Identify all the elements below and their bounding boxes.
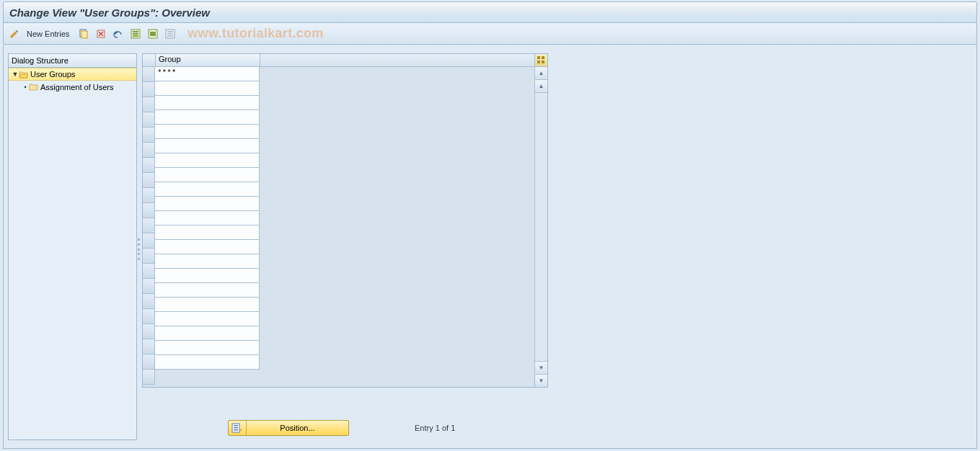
svg-rect-16 xyxy=(542,61,544,63)
svg-rect-5 xyxy=(133,33,138,35)
svg-rect-20 xyxy=(234,429,238,431)
undo-icon[interactable] xyxy=(111,27,125,40)
row-selector[interactable] xyxy=(143,97,155,112)
chevron-up-icon: ▲ xyxy=(539,83,544,89)
row-selector[interactable] xyxy=(143,279,155,294)
svg-rect-4 xyxy=(133,31,138,32)
scroll-down-button[interactable]: ▼ xyxy=(535,374,547,387)
entry-counter: Entry 1 of 1 xyxy=(415,424,455,432)
svg-rect-18 xyxy=(234,425,238,427)
table-cell[interactable] xyxy=(155,298,260,312)
row-selector[interactable] xyxy=(143,354,155,370)
row-selector[interactable] xyxy=(143,249,155,264)
svg-rect-15 xyxy=(537,61,540,63)
svg-rect-11 xyxy=(167,33,173,35)
row-selector[interactable] xyxy=(143,143,155,158)
tree-node-label: Assignment of Users xyxy=(40,83,113,91)
new-entries-button[interactable]: New Entries xyxy=(25,28,74,40)
table-cell[interactable]: **** xyxy=(155,67,260,81)
tree-node-user-groups[interactable]: ▼ User Groups xyxy=(9,68,136,81)
deselect-all-icon[interactable] xyxy=(163,27,177,40)
column-header-filler xyxy=(260,54,534,66)
copy-as-icon[interactable] xyxy=(76,27,91,40)
svg-rect-19 xyxy=(234,427,238,429)
row-selector[interactable] xyxy=(143,188,155,203)
row-selector[interactable] xyxy=(143,218,155,233)
row-selector[interactable] xyxy=(143,339,155,354)
svg-rect-13 xyxy=(537,56,540,59)
svg-rect-6 xyxy=(133,35,138,37)
vertical-scrollbar[interactable]: ▲ ▲ ▼ ▼ xyxy=(534,67,547,387)
table-settings-icon[interactable] xyxy=(534,54,547,66)
title-bar: Change View "User Groups": Overview xyxy=(3,1,977,23)
row-selector[interactable] xyxy=(143,264,155,279)
table-cell[interactable] xyxy=(155,197,260,211)
scroll-up-button-2[interactable]: ▲ xyxy=(535,80,547,93)
table-cell[interactable] xyxy=(155,240,260,254)
dialog-structure-body: ▼ User Groups • Assignment of Users xyxy=(9,68,136,439)
row-selector[interactable] xyxy=(143,112,155,128)
scroll-up-button[interactable]: ▲ xyxy=(535,67,547,80)
cells-column: **** xyxy=(155,67,260,387)
row-selector[interactable] xyxy=(143,82,155,97)
table-cell[interactable] xyxy=(155,125,260,139)
chevron-up-icon: ▲ xyxy=(539,70,544,76)
splitter-handle[interactable] xyxy=(138,238,141,260)
select-block-icon[interactable] xyxy=(146,27,160,40)
table-cell[interactable] xyxy=(155,326,260,341)
table-cell[interactable] xyxy=(155,153,260,168)
dialog-structure-panel: Dialog Structure ▼ User Groups • Assignm… xyxy=(8,53,137,440)
row-selector[interactable] xyxy=(143,128,155,143)
table-cell[interactable] xyxy=(155,283,260,298)
scroll-down-button-2[interactable]: ▼ xyxy=(535,361,547,374)
table-cell[interactable] xyxy=(155,254,260,269)
folder-open-icon xyxy=(19,71,29,79)
toolbar: New Entries www.tutorialkart.com xyxy=(3,23,977,45)
chevron-down-icon: ▼ xyxy=(539,378,544,384)
row-selector[interactable] xyxy=(143,233,155,249)
svg-rect-14 xyxy=(542,56,544,59)
column-header-group[interactable]: Group xyxy=(156,54,260,66)
delete-icon[interactable] xyxy=(94,27,108,40)
filler-column xyxy=(260,67,534,387)
table-cell[interactable] xyxy=(155,226,260,240)
table-cell[interactable] xyxy=(155,96,260,110)
table-cell[interactable] xyxy=(155,182,260,197)
scroll-track[interactable] xyxy=(535,93,547,361)
position-button[interactable]: Position... xyxy=(228,420,349,436)
svg-rect-8 xyxy=(150,32,156,36)
expander-icon[interactable]: ▼ xyxy=(12,71,19,78)
row-selector[interactable] xyxy=(143,158,155,173)
table-cell[interactable] xyxy=(155,168,260,182)
select-all-icon[interactable] xyxy=(128,27,143,40)
row-selector[interactable] xyxy=(143,294,155,309)
row-selector[interactable] xyxy=(143,309,155,324)
position-icon xyxy=(229,421,247,435)
svg-rect-12 xyxy=(167,35,173,37)
dialog-structure-header: Dialog Structure xyxy=(9,54,136,68)
row-selector[interactable] xyxy=(143,173,155,188)
row-selector[interactable] xyxy=(143,203,155,218)
table-panel: Group **** ▲ ▲ ▼ ▼ xyxy=(142,53,548,388)
tree-node-assignment-of-users[interactable]: • Assignment of Users xyxy=(9,81,136,93)
svg-rect-1 xyxy=(81,31,87,38)
table-corner[interactable] xyxy=(143,54,156,66)
row-selectors xyxy=(143,67,155,387)
table-cell[interactable] xyxy=(155,139,260,153)
table-cell[interactable] xyxy=(155,110,260,125)
table-cell[interactable] xyxy=(155,211,260,226)
table-cell[interactable] xyxy=(155,312,260,326)
table-body: **** ▲ ▲ ▼ ▼ xyxy=(143,67,547,387)
svg-rect-10 xyxy=(167,31,173,32)
body-area: Dialog Structure ▼ User Groups • Assignm… xyxy=(3,45,977,449)
row-selector[interactable] xyxy=(143,67,155,82)
table-cell[interactable] xyxy=(155,355,260,370)
table-cell[interactable] xyxy=(155,269,260,283)
toggle-change-icon[interactable] xyxy=(8,27,22,40)
folder-closed-icon xyxy=(29,83,39,91)
table-cell[interactable] xyxy=(155,81,260,96)
table-cell[interactable] xyxy=(155,341,260,355)
row-selector[interactable] xyxy=(143,324,155,339)
row-selector[interactable] xyxy=(143,370,155,385)
bullet-icon: • xyxy=(22,84,29,91)
